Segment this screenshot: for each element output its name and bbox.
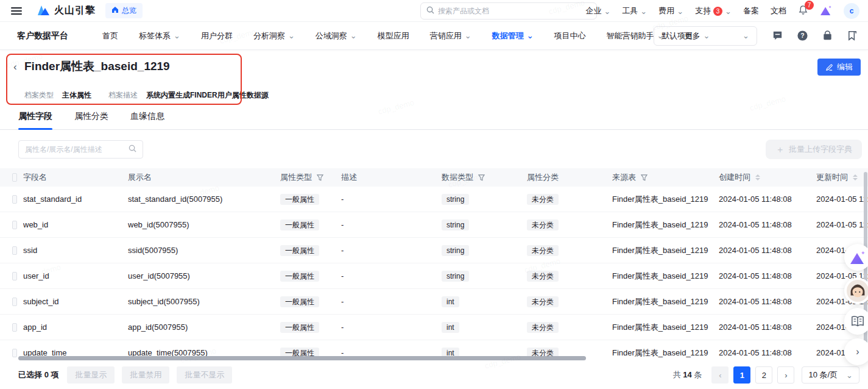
ai-assistant-float-button[interactable]: ✦ [844, 244, 868, 271]
col-header-updated: 更新时间 [816, 172, 868, 183]
attr-type-badge: 一般属性 [280, 322, 319, 333]
next-page-button[interactable]: › [777, 366, 794, 384]
menu-docs[interactable]: 文档 [771, 5, 786, 16]
menu-support[interactable]: 支持3⌄ [695, 5, 732, 16]
project-select[interactable]: 默认项目 ⌄ [654, 26, 757, 46]
project-select-value: 默认项目 [662, 30, 693, 41]
edit-button[interactable]: 编辑 [817, 59, 861, 76]
chevron-down-icon: ⌄ [465, 31, 471, 40]
table-row[interactable]: subject_id subject_id(5007955) 一般属性 - in… [0, 289, 868, 315]
menu-billing[interactable]: 费用⌄ [658, 5, 683, 16]
nav-item-model-app[interactable]: 模型应用 [378, 30, 409, 41]
select-all-checkbox[interactable] [12, 173, 17, 182]
row-checkbox[interactable] [12, 246, 17, 255]
row-checkbox[interactable] [12, 221, 17, 229]
filter-icon[interactable] [317, 174, 323, 181]
page-size-value: 10 条/页 [808, 369, 838, 380]
col-header-source: 来源表 [612, 172, 719, 183]
tab-attribute-fields[interactable]: 属性字段 [18, 111, 52, 129]
chevron-down-icon: ⌄ [743, 31, 749, 40]
cell-data-type: string [442, 194, 527, 205]
filter-icon[interactable] [641, 174, 647, 181]
page-size-select[interactable]: 10 条/页 ⌄ [802, 366, 859, 384]
hamburger-menu-icon[interactable] [11, 5, 22, 16]
product-search[interactable] [420, 2, 597, 20]
cell-source: Finder属性表_baseid_1219 [612, 296, 719, 307]
cell-source: Finder属性表_baseid_1219 [612, 322, 719, 333]
notification-count-badge: 7 [805, 1, 814, 10]
back-button[interactable]: ‹ [13, 61, 17, 73]
data-type-badge: string [442, 245, 469, 256]
nav-item-data-management[interactable]: 数据管理⌄ [492, 30, 534, 41]
nav-item-public-insight[interactable]: 公域洞察⌄ [316, 30, 357, 41]
row-checkbox[interactable] [12, 272, 17, 280]
batch-upload-button[interactable]: ＋ 批量上传字段字典 [766, 140, 862, 159]
overview-button[interactable]: 总览 [105, 3, 143, 18]
chevron-down-icon: ⌄ [350, 31, 357, 40]
nav-item-home[interactable]: 首页 [102, 30, 118, 41]
product-search-input[interactable] [438, 7, 591, 15]
notification-bell-icon[interactable]: 7 [798, 5, 808, 17]
bag-icon[interactable] [822, 30, 833, 41]
table-row[interactable]: user_id user_id(5007955) 一般属性 - string 未… [0, 263, 868, 289]
docs-book-float-button[interactable] [844, 308, 868, 335]
footer: 已选择 0 项 批量显示 批量禁用 批量不显示 共 14 条 ‹ 1 2 › 1… [0, 361, 868, 389]
filter-icon[interactable] [478, 174, 485, 181]
help-icon[interactable]: ? [797, 30, 808, 41]
col-header-field: 字段名 [23, 172, 128, 183]
table-row[interactable]: stat_standard_id stat_standard_id(500795… [0, 187, 868, 212]
table-row[interactable]: ssid ssid(5007955) 一般属性 - string 未分类 Fin… [0, 238, 868, 263]
user-avatar[interactable]: c [844, 3, 859, 19]
cell-created: 2024-01-05 11:48:08 [719, 194, 816, 204]
cell-source: Finder属性表_baseid_1219 [612, 245, 719, 256]
menu-tools[interactable]: 工具⌄ [622, 5, 647, 16]
nav-item-marketing-app[interactable]: 营销应用⌄ [430, 30, 471, 41]
feedback-icon[interactable] [772, 30, 783, 41]
page-2-button[interactable]: 2 [755, 366, 772, 384]
utility-icons: ? [772, 30, 858, 41]
attribute-search-input[interactable] [25, 145, 129, 154]
batch-show-button[interactable]: 批量显示 [67, 366, 115, 384]
category-badge: 未分类 [527, 219, 559, 230]
nav-item-user-segment[interactable]: 用户分群 [201, 30, 233, 41]
row-checkbox[interactable] [12, 323, 17, 332]
tab-lineage-info[interactable]: 血缘信息 [130, 111, 164, 129]
nav-item-tag-system[interactable]: 标签体系⌄ [139, 30, 180, 41]
plus-icon: ＋ [775, 144, 785, 155]
ai-assistant-icon[interactable]: ✦ [820, 5, 832, 18]
cell-display: ssid(5007955) [128, 246, 280, 255]
platform-title: 客户数据平台 [17, 30, 68, 41]
chevron-down-icon: ⌄ [288, 31, 295, 40]
row-checkbox[interactable] [12, 349, 17, 357]
nav-item-analysis[interactable]: 分析洞察⌄ [253, 30, 295, 41]
cell-created: 2024-01-05 11:48:08 [719, 297, 816, 306]
bookmark-icon[interactable] [847, 30, 858, 41]
cell-updated: 2024-01-05 11:48:08 [816, 220, 868, 229]
table-row[interactable]: web_id web_id(5007955) 一般属性 - string 未分类… [0, 212, 868, 238]
nav-item-project-center[interactable]: 项目中心 [554, 30, 586, 41]
page-1-button[interactable]: 1 [733, 366, 750, 384]
table-row[interactable]: app_id app_id(5007955) 一般属性 - int 未分类 Fi… [0, 315, 868, 340]
row-checkbox[interactable] [12, 298, 17, 306]
cell-created: 2024-01-05 11:48:08 [719, 246, 816, 255]
attribute-search[interactable] [18, 140, 143, 159]
row-checkbox[interactable] [12, 195, 17, 204]
sort-icon[interactable] [853, 174, 858, 180]
sort-icon[interactable] [755, 174, 760, 180]
topbar-right: 企业⌄ 工具⌄ 费用⌄ 支持3⌄ 备案 文档 7 ✦ c [585, 0, 859, 22]
tab-attribute-category[interactable]: 属性分类 [74, 111, 108, 129]
overview-label: 总览 [122, 5, 136, 16]
collapse-chevron-button[interactable]: › [844, 338, 868, 365]
selected-count: 0 [44, 370, 49, 379]
cell-updated: 2024-01-05 11:48:08 [816, 194, 868, 204]
cell-category: 未分类 [527, 271, 612, 282]
horizontal-scrollbar[interactable] [18, 356, 586, 360]
menu-enterprise[interactable]: 企业⌄ [585, 5, 610, 16]
brand-logo[interactable]: 火山引擎 [37, 4, 96, 17]
batch-disable-button[interactable]: 批量禁用 [122, 366, 169, 384]
customer-service-avatar-button[interactable] [844, 277, 868, 304]
batch-hide-button[interactable]: 批量不显示 [177, 366, 232, 384]
menu-filing[interactable]: 备案 [743, 5, 759, 16]
prev-page-button[interactable]: ‹ [711, 366, 729, 384]
cell-data-type: string [442, 245, 527, 256]
